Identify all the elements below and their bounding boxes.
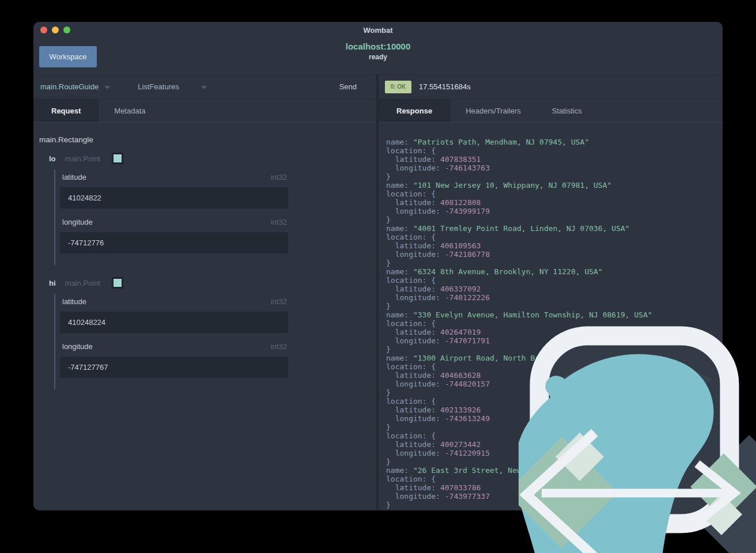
response-panel: 0: OK 17.554151684s Response Headers/Tra… <box>379 75 723 510</box>
titlebar: Wombat <box>33 22 723 38</box>
response-line: location: { <box>386 146 723 155</box>
field-label: longitude <box>62 218 93 226</box>
response-line: location: { <box>386 362 723 371</box>
response-duration: 17.554151684s <box>419 82 471 91</box>
window-title: Wombat <box>33 26 723 35</box>
response-line: } <box>386 423 723 431</box>
field-group-hi: hi main.Point latitude int32 <box>39 276 376 389</box>
response-line: location: { <box>386 233 723 241</box>
field-type: main.Point <box>65 154 100 163</box>
response-line: } <box>386 215 723 224</box>
response-line: location: { <box>386 190 723 198</box>
response-line: name: "1300 Airport Road, North Br <box>386 354 723 362</box>
chevron-down-icon <box>104 86 110 89</box>
response-line: latitude: 407838351 <box>386 155 723 164</box>
field-label: latitude <box>62 173 86 181</box>
response-line: location: { <box>386 431 723 440</box>
response-line: longitude: -742186778 <box>386 250 723 259</box>
method-name: ListFeatures <box>138 82 179 91</box>
tab-headers-trailers[interactable]: Headers/Trailers <box>450 99 536 122</box>
response-line: location: { <box>386 276 723 285</box>
response-line: latitude: 408122808 <box>386 198 723 207</box>
wombat-window: Wombat Workspace localhost:10000 ready m… <box>33 22 723 510</box>
response-line: } <box>386 172 723 181</box>
response-line: } <box>386 501 723 509</box>
field-name: lo <box>49 154 56 163</box>
field-name: hi <box>49 279 56 287</box>
response-line: longitude: -744820157 <box>386 380 723 388</box>
response-line: latitude: 406109563 <box>386 241 723 250</box>
chevron-down-icon <box>201 86 207 89</box>
message-enabled-checkbox[interactable] <box>112 277 123 289</box>
response-line: longitude: -746143763 <box>386 164 723 172</box>
field-type: main.Point <box>65 279 100 287</box>
request-form: main.Rectangle lo main.Point latitude <box>33 123 376 510</box>
header: Workspace localhost:10000 ready <box>33 38 723 75</box>
field-scalar-type: int32 <box>271 297 287 306</box>
response-line: longitude: -743977337 <box>386 492 723 501</box>
field-scalar-type: int32 <box>271 173 287 181</box>
field-scalar-type: int32 <box>271 218 287 226</box>
response-line: longitude: -741220915 <box>386 449 723 457</box>
response-line: latitude: 407033786 <box>386 483 723 492</box>
response-line: } <box>386 259 723 267</box>
tab-metadata[interactable]: Metadata <box>99 99 161 122</box>
response-line: longitude: -743999179 <box>386 207 723 215</box>
tab-response[interactable]: Response <box>379 99 450 122</box>
server-address: localhost:10000 <box>33 41 723 51</box>
response-line: name: "101 New Jersey 10, Whippany, NJ 0… <box>386 181 723 190</box>
send-button[interactable]: Send <box>339 82 357 91</box>
response-line: longitude: -740122226 <box>386 293 723 302</box>
latitude-input[interactable] <box>60 187 288 209</box>
desktop: Wombat Workspace localhost:10000 ready m… <box>0 0 756 553</box>
request-tabstrip: Request Metadata <box>33 99 376 123</box>
longitude-input[interactable] <box>60 232 288 253</box>
response-line: latitude: 400273442 <box>386 440 723 449</box>
status-badge: 0: OK <box>385 81 411 93</box>
request-toolbar: main.RouteGuide ListFeatures Send <box>33 75 376 99</box>
response-line: name: "Patriots Path, Mendham, NJ 07945,… <box>386 138 723 146</box>
method-dropdown[interactable]: ListFeatures <box>138 82 207 91</box>
response-line: latitude: 404663628 <box>386 371 723 380</box>
response-line: } <box>386 457 723 466</box>
response-line: } <box>386 388 723 397</box>
response-line: name: "4001 Tremley Point Road, Linden, … <box>386 224 723 233</box>
response-line: location: { <box>386 319 723 328</box>
message-type-label: main.Rectangle <box>39 135 376 144</box>
response-line: name: "330 Evelyn Avenue, Hamilton Towns… <box>386 310 723 319</box>
service-name: main.RouteGuide <box>40 82 99 91</box>
request-panel: main.RouteGuide ListFeatures Send Reques… <box>33 75 376 510</box>
longitude-input[interactable] <box>60 357 288 378</box>
response-line: latitude: 406337092 <box>386 285 723 293</box>
response-line: latitude: 402647019 <box>386 328 723 336</box>
response-tabstrip: Response Headers/Trailers Statistics <box>379 99 723 123</box>
field-label: latitude <box>62 297 86 306</box>
response-line: latitude: 402133926 <box>386 406 723 414</box>
response-body[interactable]: name: "Patriots Path, Mendham, NJ 07945,… <box>379 123 723 510</box>
response-line: } <box>386 345 723 354</box>
response-line: longitude: -743613249 <box>386 414 723 423</box>
response-line: longitude: -747071791 <box>386 336 723 345</box>
response-line: } <box>386 302 723 310</box>
server-status: ready <box>33 53 723 61</box>
message-enabled-checkbox[interactable] <box>112 153 123 164</box>
field-label: longitude <box>62 342 93 351</box>
response-line: name: "6324 8th Avenue, Brooklyn, NY 112… <box>386 267 723 276</box>
response-line: location: { <box>386 475 723 483</box>
field-group-lo: lo main.Point latitude int32 <box>39 152 376 265</box>
field-scalar-type: int32 <box>271 342 287 351</box>
response-toolbar: 0: OK 17.554151684s <box>379 75 723 99</box>
response-line: name: "26 East 3rd Street, New Pr <box>386 466 723 475</box>
tab-request[interactable]: Request <box>33 99 99 122</box>
latitude-input[interactable] <box>60 312 288 333</box>
service-dropdown[interactable]: main.RouteGuide <box>40 82 110 91</box>
response-line: location: { <box>386 397 723 406</box>
tab-statistics[interactable]: Statistics <box>536 99 598 122</box>
